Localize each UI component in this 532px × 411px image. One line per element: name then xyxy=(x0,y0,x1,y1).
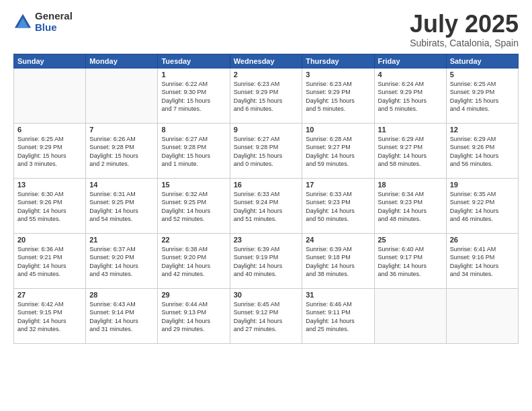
day-info: Sunrise: 6:43 AM Sunset: 9:14 PM Dayligh… xyxy=(89,300,154,334)
day-number: 19 xyxy=(450,181,515,189)
day-number: 7 xyxy=(89,126,154,134)
header-wednesday: Wednesday xyxy=(230,54,302,68)
day-info: Sunrise: 6:38 AM Sunset: 9:20 PM Dayligh… xyxy=(161,245,226,279)
day-number: 22 xyxy=(161,236,226,244)
table-row: 16Sunrise: 6:33 AM Sunset: 9:24 PM Dayli… xyxy=(230,178,302,233)
logo-icon xyxy=(13,13,32,32)
table-row: 1Sunrise: 6:22 AM Sunset: 9:30 PM Daylig… xyxy=(158,68,230,123)
day-number: 18 xyxy=(378,181,443,189)
day-info: Sunrise: 6:33 AM Sunset: 9:23 PM Dayligh… xyxy=(306,190,370,224)
day-number: 30 xyxy=(234,291,299,299)
day-info: Sunrise: 6:41 AM Sunset: 9:16 PM Dayligh… xyxy=(450,245,515,279)
header-monday: Monday xyxy=(86,54,158,68)
calendar-week-row: 6Sunrise: 6:25 AM Sunset: 9:29 PM Daylig… xyxy=(14,123,519,178)
table-row xyxy=(86,68,158,123)
table-row: 5Sunrise: 6:25 AM Sunset: 9:29 PM Daylig… xyxy=(446,68,518,123)
table-row: 10Sunrise: 6:28 AM Sunset: 9:27 PM Dayli… xyxy=(302,123,374,178)
logo-blue-text: Blue xyxy=(35,22,73,34)
table-row: 12Sunrise: 6:29 AM Sunset: 9:26 PM Dayli… xyxy=(446,123,518,178)
day-number: 12 xyxy=(450,126,515,134)
day-info: Sunrise: 6:29 AM Sunset: 9:27 PM Dayligh… xyxy=(378,135,443,169)
header-saturday: Saturday xyxy=(446,54,518,68)
day-number: 17 xyxy=(306,181,370,189)
table-row: 14Sunrise: 6:31 AM Sunset: 9:25 PM Dayli… xyxy=(86,178,158,233)
day-number: 2 xyxy=(234,71,299,79)
table-row: 8Sunrise: 6:27 AM Sunset: 9:28 PM Daylig… xyxy=(158,123,230,178)
day-number: 11 xyxy=(378,126,443,134)
day-info: Sunrise: 6:33 AM Sunset: 9:24 PM Dayligh… xyxy=(234,190,299,224)
day-number: 4 xyxy=(378,71,443,79)
day-number: 28 xyxy=(89,291,154,299)
day-number: 31 xyxy=(306,291,370,299)
day-info: Sunrise: 6:37 AM Sunset: 9:20 PM Dayligh… xyxy=(89,245,154,279)
day-info: Sunrise: 6:44 AM Sunset: 9:13 PM Dayligh… xyxy=(161,300,226,334)
day-number: 23 xyxy=(234,236,299,244)
table-row: 21Sunrise: 6:37 AM Sunset: 9:20 PM Dayli… xyxy=(86,233,158,288)
day-info: Sunrise: 6:24 AM Sunset: 9:29 PM Dayligh… xyxy=(378,80,443,113)
day-info: Sunrise: 6:46 AM Sunset: 9:11 PM Dayligh… xyxy=(306,300,370,334)
day-info: Sunrise: 6:30 AM Sunset: 9:26 PM Dayligh… xyxy=(17,190,82,224)
day-info: Sunrise: 6:39 AM Sunset: 9:18 PM Dayligh… xyxy=(306,245,370,279)
day-number: 9 xyxy=(234,126,299,134)
table-row: 27Sunrise: 6:42 AM Sunset: 9:15 PM Dayli… xyxy=(14,288,86,343)
table-row: 3Sunrise: 6:23 AM Sunset: 9:29 PM Daylig… xyxy=(302,68,374,123)
day-number: 24 xyxy=(306,236,370,244)
table-row: 7Sunrise: 6:26 AM Sunset: 9:28 PM Daylig… xyxy=(86,123,158,178)
day-info: Sunrise: 6:39 AM Sunset: 9:19 PM Dayligh… xyxy=(234,245,299,279)
day-info: Sunrise: 6:23 AM Sunset: 9:29 PM Dayligh… xyxy=(306,80,370,113)
table-row: 4Sunrise: 6:24 AM Sunset: 9:29 PM Daylig… xyxy=(374,68,446,123)
day-number: 8 xyxy=(161,126,226,134)
month-title: July 2025 xyxy=(410,11,519,38)
day-number: 5 xyxy=(450,71,515,79)
header-friday: Friday xyxy=(374,54,446,68)
calendar-header-row: Sunday Monday Tuesday Wednesday Thursday… xyxy=(14,54,519,68)
day-number: 14 xyxy=(89,181,154,189)
header-sunday: Sunday xyxy=(14,54,86,68)
day-number: 13 xyxy=(17,181,82,189)
day-info: Sunrise: 6:31 AM Sunset: 9:25 PM Dayligh… xyxy=(89,190,154,224)
day-number: 6 xyxy=(17,126,82,134)
table-row: 9Sunrise: 6:27 AM Sunset: 9:28 PM Daylig… xyxy=(230,123,302,178)
day-number: 26 xyxy=(450,236,515,244)
day-number: 16 xyxy=(234,181,299,189)
day-info: Sunrise: 6:35 AM Sunset: 9:22 PM Dayligh… xyxy=(450,190,515,224)
table-row: 22Sunrise: 6:38 AM Sunset: 9:20 PM Dayli… xyxy=(158,233,230,288)
table-row: 20Sunrise: 6:36 AM Sunset: 9:21 PM Dayli… xyxy=(14,233,86,288)
day-info: Sunrise: 6:32 AM Sunset: 9:25 PM Dayligh… xyxy=(161,190,226,224)
header-thursday: Thursday xyxy=(302,54,374,68)
table-row xyxy=(14,68,86,123)
table-row: 13Sunrise: 6:30 AM Sunset: 9:26 PM Dayli… xyxy=(14,178,86,233)
day-number: 15 xyxy=(161,181,226,189)
table-row: 2Sunrise: 6:23 AM Sunset: 9:29 PM Daylig… xyxy=(230,68,302,123)
day-info: Sunrise: 6:25 AM Sunset: 9:29 PM Dayligh… xyxy=(17,135,82,169)
table-row: 17Sunrise: 6:33 AM Sunset: 9:23 PM Dayli… xyxy=(302,178,374,233)
day-info: Sunrise: 6:27 AM Sunset: 9:28 PM Dayligh… xyxy=(161,135,226,169)
table-row: 29Sunrise: 6:44 AM Sunset: 9:13 PM Dayli… xyxy=(158,288,230,343)
day-number: 27 xyxy=(17,291,82,299)
day-info: Sunrise: 6:27 AM Sunset: 9:28 PM Dayligh… xyxy=(234,135,299,169)
logo: General Blue xyxy=(13,11,73,33)
day-number: 20 xyxy=(17,236,82,244)
day-info: Sunrise: 6:28 AM Sunset: 9:27 PM Dayligh… xyxy=(306,135,370,169)
table-row: 25Sunrise: 6:40 AM Sunset: 9:17 PM Dayli… xyxy=(374,233,446,288)
calendar-week-row: 20Sunrise: 6:36 AM Sunset: 9:21 PM Dayli… xyxy=(14,233,519,288)
table-row: 31Sunrise: 6:46 AM Sunset: 9:11 PM Dayli… xyxy=(302,288,374,343)
calendar-week-row: 1Sunrise: 6:22 AM Sunset: 9:30 PM Daylig… xyxy=(14,68,519,123)
table-row xyxy=(374,288,446,343)
day-number: 25 xyxy=(378,236,443,244)
day-info: Sunrise: 6:34 AM Sunset: 9:23 PM Dayligh… xyxy=(378,190,443,224)
subtitle: Subirats, Catalonia, Spain xyxy=(410,38,519,48)
day-info: Sunrise: 6:42 AM Sunset: 9:15 PM Dayligh… xyxy=(17,300,82,334)
day-info: Sunrise: 6:26 AM Sunset: 9:28 PM Dayligh… xyxy=(89,135,154,169)
logo-general-text: General xyxy=(35,11,73,22)
table-row: 23Sunrise: 6:39 AM Sunset: 9:19 PM Dayli… xyxy=(230,233,302,288)
day-number: 29 xyxy=(161,291,226,299)
page: General Blue July 2025 Subirats, Catalon… xyxy=(0,0,532,411)
calendar-week-row: 27Sunrise: 6:42 AM Sunset: 9:15 PM Dayli… xyxy=(14,288,519,343)
header-tuesday: Tuesday xyxy=(158,54,230,68)
table-row: 24Sunrise: 6:39 AM Sunset: 9:18 PM Dayli… xyxy=(302,233,374,288)
day-info: Sunrise: 6:36 AM Sunset: 9:21 PM Dayligh… xyxy=(17,245,82,279)
table-row: 11Sunrise: 6:29 AM Sunset: 9:27 PM Dayli… xyxy=(374,123,446,178)
day-number: 10 xyxy=(306,126,370,134)
table-row: 30Sunrise: 6:45 AM Sunset: 9:12 PM Dayli… xyxy=(230,288,302,343)
